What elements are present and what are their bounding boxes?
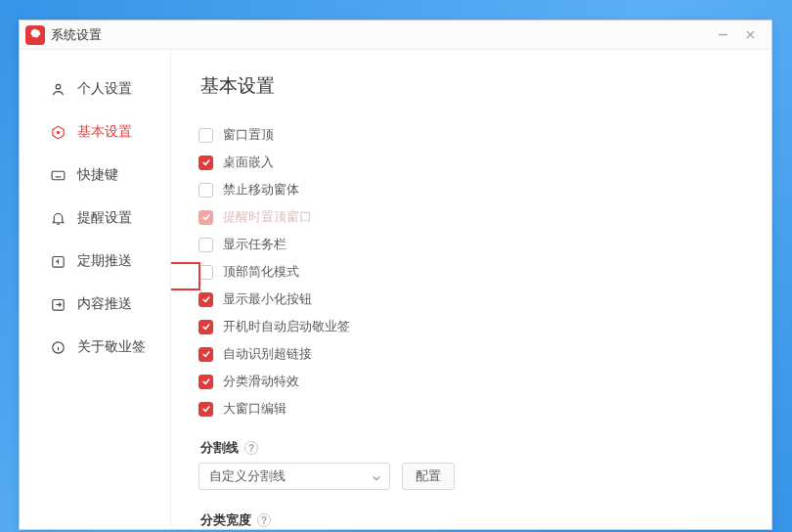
option-label: 分类滑动特效: [223, 373, 299, 390]
sidebar-item-schedule[interactable]: 定期推送: [20, 240, 170, 283]
option-row: 显示任务栏: [198, 236, 744, 253]
option-label: 显示任务栏: [223, 236, 286, 253]
annotation-highlight: [171, 262, 200, 290]
divider-config-button[interactable]: 配置: [402, 463, 455, 490]
checkbox[interactable]: [198, 183, 213, 198]
schedule-icon: [49, 252, 66, 270]
close-button[interactable]: [736, 23, 764, 47]
option-row: 显示最小化按钮: [198, 290, 744, 308]
svg-point-3: [56, 84, 61, 89]
svg-point-5: [56, 130, 59, 133]
app-icon: [25, 25, 45, 45]
sidebar-item-label: 个人设置: [77, 80, 132, 98]
chevron-down-icon: [372, 471, 381, 481]
divider-section-label: 分割线 ?: [200, 439, 744, 457]
bell-icon: [49, 209, 66, 227]
main-panel: 基本设置 窗口置顶桌面嵌入禁止移动窗体提醒时置顶窗口显示任务栏顶部简化模式显示最…: [171, 50, 771, 529]
checkbox[interactable]: [198, 128, 213, 143]
option-row: 提醒时置顶窗口: [198, 208, 744, 226]
option-row: 开机时自动启动敬业签: [198, 318, 744, 335]
option-row: 自动识别超链接: [198, 345, 744, 363]
option-row: 分类滑动特效: [198, 373, 744, 390]
help-icon[interactable]: ?: [244, 441, 258, 455]
info-icon: [49, 338, 66, 356]
target-icon: [49, 123, 66, 141]
sidebar-item-label: 提醒设置: [77, 209, 132, 227]
option-row: 禁止移动窗体: [198, 181, 744, 199]
push-icon: [49, 295, 66, 313]
option-row: 桌面嵌入: [198, 154, 744, 171]
option-row: 顶部简化模式: [198, 263, 744, 281]
option-label: 窗口置顶: [223, 126, 274, 144]
sidebar-item-personal[interactable]: 个人设置: [20, 67, 170, 111]
checkbox[interactable]: [198, 292, 213, 307]
checkbox[interactable]: [198, 320, 213, 334]
sidebar-item-label: 快捷键: [77, 166, 118, 184]
sidebar-item-label: 内容推送: [77, 295, 132, 313]
sidebar-item-shortcut[interactable]: 快捷键: [20, 154, 170, 197]
keyboard-icon: [49, 166, 66, 184]
checkbox[interactable]: [198, 402, 213, 417]
option-row: 大窗口编辑: [198, 400, 744, 418]
page-title: 基本设置: [200, 73, 744, 99]
sidebar-item-content-push[interactable]: 内容推送: [20, 283, 170, 326]
sidebar-item-reminder[interactable]: 提醒设置: [20, 197, 170, 240]
option-label: 提醒时置顶窗口: [223, 208, 312, 226]
user-icon: [49, 80, 66, 98]
options-list: 窗口置顶桌面嵌入禁止移动窗体提醒时置顶窗口显示任务栏顶部简化模式显示最小化按钮开…: [198, 126, 744, 418]
desktop-background: 系统设置 个人设置: [0, 0, 792, 532]
titlebar: 系统设置: [20, 21, 771, 50]
checkbox[interactable]: [198, 375, 213, 389]
divider-select[interactable]: 自定义分割线: [198, 463, 390, 490]
option-label: 自动识别超链接: [223, 345, 312, 363]
window-title: 系统设置: [51, 26, 102, 44]
checkbox[interactable]: [198, 347, 213, 362]
option-label: 桌面嵌入: [223, 154, 274, 171]
checkbox: [198, 210, 213, 225]
sidebar-item-label: 关于敬业签: [77, 338, 146, 356]
option-label: 顶部简化模式: [223, 263, 299, 281]
sidebar-item-basic[interactable]: 基本设置: [20, 111, 170, 154]
minimize-button[interactable]: [709, 23, 736, 47]
width-section-label: 分类宽度 ?: [200, 511, 744, 529]
checkbox[interactable]: [198, 155, 213, 170]
sidebar-item-about[interactable]: 关于敬业签: [20, 326, 170, 369]
option-label: 大窗口编辑: [223, 400, 286, 418]
sidebar-item-label: 定期推送: [77, 252, 132, 270]
sidebar-item-label: 基本设置: [77, 123, 132, 141]
help-icon[interactable]: ?: [257, 513, 271, 527]
settings-window: 系统设置 个人设置: [19, 20, 772, 530]
svg-rect-6: [52, 171, 65, 180]
checkbox[interactable]: [198, 265, 213, 280]
option-label: 显示最小化按钮: [223, 290, 312, 308]
option-label: 禁止移动窗体: [223, 181, 299, 199]
option-row: 窗口置顶: [198, 126, 744, 144]
checkbox[interactable]: [198, 238, 213, 252]
sidebar: 个人设置 基本设置 快捷键: [20, 50, 171, 529]
option-label: 开机时自动启动敬业签: [223, 318, 350, 335]
